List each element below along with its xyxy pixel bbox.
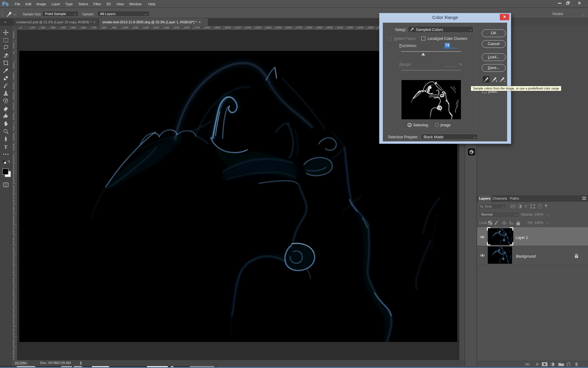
svg-text:+: + (496, 80, 497, 82)
svg-text:T: T (525, 205, 527, 209)
svg-text:fx: fx (536, 362, 539, 366)
svg-text:−: − (504, 80, 505, 82)
svg-text:T: T (4, 144, 8, 150)
